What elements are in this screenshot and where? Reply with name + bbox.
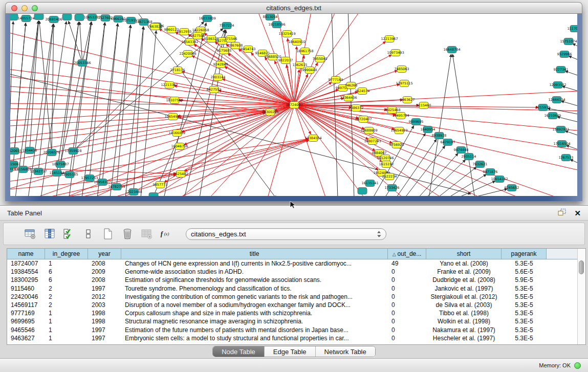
- table-cell[interactable]: 5.3E-5: [502, 301, 547, 309]
- table-cell[interactable]: Genome-wide association studies in ADHD.: [121, 268, 388, 276]
- column-header-name[interactable]: name: [7, 249, 45, 259]
- table-cell[interactable]: 2008: [88, 259, 121, 268]
- table-row[interactable]: 946362711997Embryonic stem cells: a mode…: [7, 334, 577, 342]
- table-cell[interactable]: 9465546: [7, 326, 45, 334]
- table-cell[interactable]: 5.3E-5: [502, 334, 547, 342]
- graph-node[interactable]: 1117052: [568, 26, 577, 32]
- select-all-rows-icon[interactable]: [62, 227, 76, 240]
- table-cell[interactable]: 2: [45, 293, 88, 301]
- graph-node[interactable]: 18807243: [364, 138, 381, 145]
- table-cell[interactable]: 19384554: [7, 268, 45, 276]
- table-cell[interactable]: 0: [388, 293, 426, 301]
- graph-node[interactable]: 2522234: [382, 173, 397, 180]
- table-selector-dropdown[interactable]: citations_edges.txt: [186, 228, 386, 240]
- graph-node[interactable]: 18300295: [262, 109, 278, 116]
- table-cell[interactable]: Estimation of significance thresholds fo…: [121, 276, 388, 284]
- table-cell[interactable]: 9115460: [7, 285, 45, 293]
- graph-node[interactable]: 7632621: [473, 161, 488, 168]
- graph-node[interactable]: 12444134: [548, 97, 565, 103]
- graph-node[interactable]: 19218596: [268, 21, 285, 28]
- table-cell[interactable]: 1998: [88, 317, 121, 325]
- column-header-pagerank[interactable]: pagerank: [502, 249, 547, 259]
- table-cell[interactable]: 1: [45, 334, 88, 342]
- graph-node[interactable]: 3624574: [355, 88, 370, 95]
- graph-node[interactable]: 9990448: [302, 67, 317, 74]
- graph-node[interactable]: 12975115: [396, 80, 412, 87]
- memory-status[interactable]: Memory: OK: [539, 362, 581, 369]
- graph-node[interactable]: [75, 14, 84, 21]
- graph-node[interactable]: 8938928: [432, 133, 447, 139]
- graph-node[interactable]: 8813054: [263, 14, 278, 20]
- graph-node[interactable]: 10975887: [52, 161, 69, 168]
- table-cell[interactable]: 1: [45, 309, 88, 317]
- graph-node[interactable]: 1615192: [379, 161, 394, 168]
- graph-node[interactable]: 19166852: [168, 130, 185, 137]
- table-cell[interactable]: 1997: [88, 285, 121, 293]
- graph-node[interactable]: 12213362: [161, 82, 178, 89]
- graph-node[interactable]: 11156809: [14, 166, 31, 173]
- graph-node[interactable]: 14055724: [17, 15, 34, 22]
- graph-node[interactable]: 10973493: [387, 50, 404, 56]
- table-cell[interactable]: 49: [388, 259, 426, 268]
- graph-node[interactable]: 15892971: [552, 126, 569, 133]
- delete-column-icon[interactable]: [120, 227, 135, 240]
- graph-node[interactable]: 7386372: [349, 105, 364, 112]
- column-header-year[interactable]: year: [88, 249, 121, 259]
- table-cell[interactable]: Hescheler et al. (1997): [426, 334, 502, 342]
- zoom-window-button[interactable]: [32, 5, 38, 11]
- graph-node[interactable]: 16782759: [108, 184, 125, 190]
- table-cell[interactable]: 9463627: [7, 334, 45, 342]
- table-cell[interactable]: 18724007: [7, 259, 45, 268]
- graph-node[interactable]: 16120746: [377, 155, 394, 162]
- table-cell[interactable]: 0: [388, 317, 426, 325]
- show-columns-icon[interactable]: [42, 227, 57, 240]
- column-header-in_degree[interactable]: in_degree: [45, 249, 88, 259]
- graph-node[interactable]: [149, 193, 158, 196]
- graph-node[interactable]: 16135141: [361, 180, 378, 187]
- table-row[interactable]: 1938455462009Genome-wide association stu…: [7, 268, 577, 276]
- table-cell[interactable]: 14569117: [7, 301, 45, 309]
- graph-node[interactable]: 12213967: [381, 36, 398, 42]
- graph-node[interactable]: 2935114: [462, 154, 476, 160]
- graph-node[interactable]: 16720407: [355, 116, 372, 123]
- graph-node[interactable]: 10688609: [360, 127, 377, 134]
- table-row[interactable]: 977716911998Corpus callosum shape and si…: [7, 309, 577, 317]
- float-panel-icon[interactable]: [557, 208, 567, 218]
- graph-node[interactable]: 7357224: [220, 23, 234, 29]
- table-cell[interactable]: 2: [45, 301, 88, 309]
- tab-edge-table[interactable]: Edge Table: [264, 346, 315, 357]
- graph-node[interactable]: 8427552: [207, 86, 222, 93]
- table-cell[interactable]: 5.3E-5: [502, 259, 547, 268]
- table-cell[interactable]: 9699695: [7, 317, 45, 325]
- column-header-out_de[interactable]: △out_de...: [388, 249, 426, 259]
- table-cell[interactable]: 1998: [88, 309, 121, 317]
- table-vertical-scrollbar[interactable]: [577, 249, 585, 344]
- table-cell[interactable]: 1997: [88, 334, 121, 342]
- create-column-icon[interactable]: [101, 227, 115, 240]
- table-cell[interactable]: Estimation of the future numbers of pati…: [121, 326, 388, 334]
- graph-node[interactable]: [358, 188, 367, 194]
- table-cell[interactable]: Yano et al. (2008): [426, 259, 502, 268]
- graph-node[interactable]: 12093582: [549, 82, 566, 89]
- graph-node[interactable]: 16961758: [296, 48, 313, 55]
- graph-node[interactable]: 746266: [345, 82, 358, 89]
- graph-node[interactable]: 19654923: [390, 127, 407, 134]
- table-cell[interactable]: 1997: [88, 326, 121, 334]
- graph-node[interactable]: 9474444: [454, 147, 469, 154]
- column-header-short[interactable]: short: [426, 249, 502, 259]
- graph-node[interactable]: 18640910: [288, 39, 305, 46]
- table-cell[interactable]: Investigating the contribution of common…: [121, 293, 388, 301]
- table-cell[interactable]: 2012: [88, 293, 121, 301]
- graph-node[interactable]: 16648784: [443, 47, 460, 53]
- table-cell[interactable]: Franke et al. (2009): [426, 268, 502, 276]
- table-cell[interactable]: de Silva et al. (2003): [426, 301, 502, 309]
- table-cell[interactable]: 2: [45, 285, 88, 293]
- graph-node[interactable]: 9227341: [554, 67, 569, 73]
- graph-node[interactable]: 171546: [225, 36, 237, 42]
- table-cell[interactable]: 1: [45, 259, 88, 268]
- graph-node[interactable]: 16210645: [544, 113, 561, 119]
- function-builder-icon[interactable]: f(x): [159, 227, 173, 240]
- table-cell[interactable]: 5.5E-5: [502, 293, 547, 301]
- graph-node[interactable]: 22420046: [179, 51, 196, 57]
- close-window-button[interactable]: [11, 5, 17, 11]
